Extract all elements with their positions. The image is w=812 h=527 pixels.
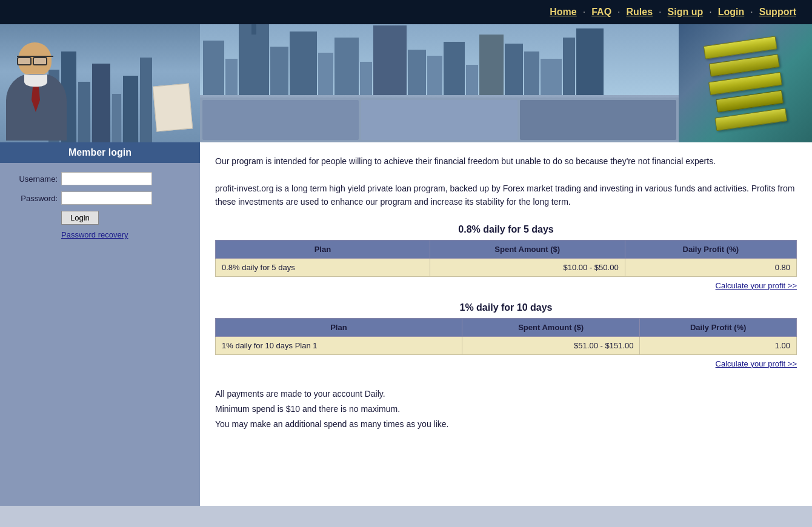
plan-2-profit-cell: 1.00 — [640, 336, 797, 354]
member-login-title: Member login — [0, 142, 200, 163]
username-label: Username: — [12, 174, 58, 184]
nav-faq[interactable]: FAQ — [588, 7, 615, 18]
plan-1-calculate-link[interactable]: Calculate your profit >> — [716, 281, 797, 290]
banner-mid — [200, 24, 679, 142]
plan-2-data-row: 1% daily for 10 days Plan 1 $51.00 - $15… — [216, 336, 797, 354]
plan-2-calculate-row: Calculate your profit >> — [215, 359, 797, 368]
nav-sep-1: · — [583, 7, 585, 18]
password-row: Password: — [12, 191, 188, 205]
footer-text: All payments are made to your account Da… — [215, 386, 797, 433]
plan-section-2: 1% daily for 10 days Plan Spent Amount (… — [215, 302, 797, 368]
login-button[interactable]: Login — [61, 211, 99, 225]
plan-1-header-plan: Plan — [216, 240, 430, 258]
footer-line-3: You may make an additional spend as many… — [215, 417, 797, 432]
nav-rules[interactable]: Rules — [623, 7, 657, 18]
plan-2-calculate-link[interactable]: Calculate your profit >> — [716, 359, 797, 368]
plan-1-header-profit: Daily Profit (%) — [625, 240, 796, 258]
plan-2-amount-cell: $51.00 - $151.00 — [462, 336, 640, 354]
content-area: Our program is intended for people willi… — [200, 142, 812, 506]
plan-2-table: Plan Spent Amount ($) Daily Profit (%) 1… — [215, 318, 797, 355]
plan-1-table: Plan Spent Amount ($) Daily Profit (%) 0… — [215, 240, 797, 277]
password-label: Password: — [12, 194, 58, 203]
footer-line-1: All payments are made to your account Da… — [215, 386, 797, 402]
login-form: Username: Password: Login Password recov… — [0, 163, 200, 248]
password-recovery-row: Password recovery — [12, 230, 188, 239]
nav-login[interactable]: Login — [714, 7, 748, 18]
sidebar: Member login Username: Password: Login P… — [0, 142, 200, 506]
plan-1-data-row: 0.8% daily for 5 days $10.00 - $50.00 0.… — [216, 258, 797, 276]
plan-1-header-amount: Spent Amount ($) — [430, 240, 625, 258]
plan-1-title: 0.8% daily for 5 days — [215, 224, 797, 235]
banner-mid-bottom — [200, 98, 679, 142]
plan-2-header-amount: Spent Amount ($) — [462, 318, 640, 336]
banner-money — [679, 24, 812, 142]
login-btn-row: Login — [12, 211, 188, 225]
banner-left — [0, 24, 200, 142]
nav-signup[interactable]: Sign up — [664, 7, 707, 18]
footer-line-2: Minimum spend is $10 and there is no max… — [215, 402, 797, 417]
nav-sep-4: · — [709, 7, 711, 18]
password-input[interactable] — [61, 191, 152, 205]
banner-buildings — [200, 24, 679, 95]
plan-1-header-row: Plan Spent Amount ($) Daily Profit (%) — [216, 240, 797, 258]
nav-sep-5: · — [750, 7, 753, 18]
plan-1-calculate-row: Calculate your profit >> — [215, 280, 797, 290]
nav-sep-3: · — [659, 7, 661, 18]
intro-text-1: Our program is intended for people willi… — [215, 156, 716, 166]
nav-home[interactable]: Home — [546, 7, 580, 18]
intro-text-2: profit-invest.org is a long term high yi… — [215, 184, 794, 207]
main-container: Member login Username: Password: Login P… — [0, 142, 812, 506]
username-row: Username: — [12, 172, 188, 185]
intro-text: Our program is intended for people willi… — [215, 154, 797, 209]
plan-2-header-plan: Plan — [216, 318, 462, 336]
plan-1-profit-cell: 0.80 — [625, 258, 796, 276]
plan-section-1: 0.8% daily for 5 days Plan Spent Amount … — [215, 224, 797, 290]
nav-support[interactable]: Support — [756, 7, 800, 18]
plan-2-header-profit: Daily Profit (%) — [640, 318, 797, 336]
username-input[interactable] — [61, 172, 152, 185]
plan-2-title: 1% daily for 10 days — [215, 302, 797, 313]
plan-1-amount-cell: $10.00 - $50.00 — [430, 258, 625, 276]
nav-sep-2: · — [617, 7, 620, 18]
banner — [0, 24, 812, 142]
plan-2-header-row: Plan Spent Amount ($) Daily Profit (%) — [216, 318, 797, 336]
plan-1-plan-cell: 0.8% daily for 5 days — [216, 258, 430, 276]
password-recovery-link[interactable]: Password recovery — [61, 230, 128, 239]
header-nav: Home · FAQ · Rules · Sign up · Login · S… — [0, 0, 812, 24]
plan-2-plan-cell: 1% daily for 10 days Plan 1 — [216, 336, 462, 354]
